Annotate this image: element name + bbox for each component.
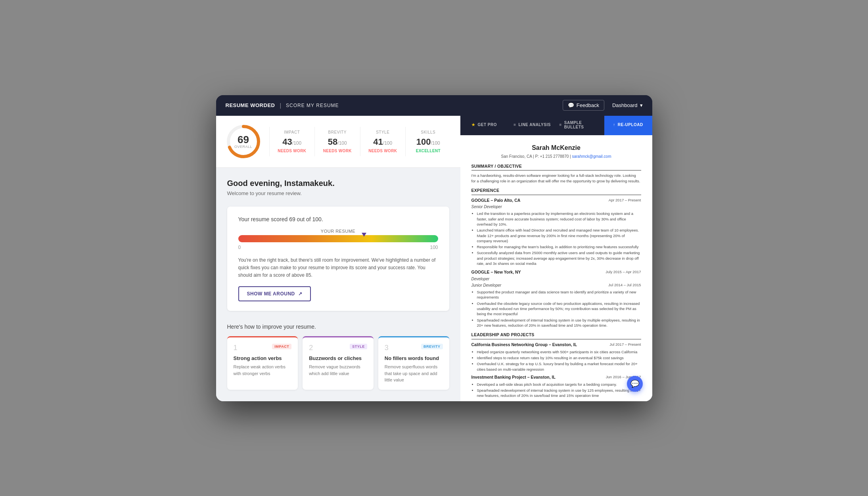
summary-text: I'm a hardworking, results-driven softwa…: [471, 173, 641, 184]
metric-impact-score: 43/100: [274, 137, 310, 147]
overall-label: OVERALL: [234, 145, 252, 149]
card-3-desc: Remove superfluous words that take up sp…: [385, 364, 443, 383]
card-3-num: 3: [385, 344, 389, 352]
exp-google-1: GOOGLE – Palo Alto, CA Apr 2017 – Presen…: [471, 197, 641, 266]
bullet: Helped organize quarterly networking eve…: [477, 349, 641, 354]
exp-google-1-row: GOOGLE – Palo Alto, CA Apr 2017 – Presen…: [471, 197, 641, 204]
exp-cbng-date: Jul 2017 – Present: [609, 342, 641, 347]
score-summary: 69 OVERALL IMPACT 43/100 NEEDS WORK BREV…: [216, 116, 460, 168]
navbar-left: RESUME WORDED | SCORE MY RESUME: [226, 102, 339, 109]
card-3-tag: BREVITY: [421, 344, 443, 349]
exp-google-2-title2: Junior Developer: [471, 282, 502, 288]
resume-email[interactable]: sarahmck@gmail.com: [572, 154, 611, 159]
exp-cbng-company: California Business Networking Group – E…: [471, 342, 577, 348]
brand-name: RESUME WORDED: [226, 102, 275, 108]
card-1-num: 1: [234, 344, 238, 352]
card-2-num: 2: [309, 344, 313, 352]
metric-skills-score: 100/100: [410, 137, 446, 147]
progress-nums: 0 100: [238, 245, 438, 250]
exp-google-1-title: Senior Developer: [471, 204, 641, 210]
section-leadership-title: LEADERSHIP AND PROJECTS: [471, 332, 641, 339]
progress-bar-container: [238, 235, 438, 242]
score-metrics: IMPACT 43/100 NEEDS WORK BREVITY 58/100 …: [269, 127, 451, 156]
score-card-title: Your resume scored 69 out of 100.: [238, 216, 438, 222]
metric-style-status: NEEDS WORK: [365, 149, 401, 153]
exp-google-1-bullets: Led the transition to a paperless practi…: [471, 211, 641, 266]
exp-google-1-date: Apr 2017 – Present: [609, 197, 641, 203]
bullet: Identified steps to reduce return rates …: [477, 355, 641, 360]
exp-google-2-title1: Developer: [471, 276, 490, 282]
tab-sample-bullets-label: SAMPLE BULLETS: [564, 121, 601, 129]
arrow-icon: ↗: [298, 291, 303, 297]
exp-ibp-company: Investment Banking Project – Evanston, I…: [471, 374, 556, 381]
metric-skills: SKILLS 100/100 EXCELLENT: [405, 127, 451, 156]
overall-score: 69: [234, 134, 252, 145]
exp-google-2-date: July 2015 – Apr 2017: [605, 269, 641, 275]
feedback-button[interactable]: 💬 Feedback: [563, 100, 604, 111]
welcome-greeting: Good evening, Instamakeuk.: [227, 179, 449, 188]
metric-style: STYLE 41/100 NEEDS WORK: [360, 127, 406, 156]
metric-style-title: STYLE: [365, 130, 401, 134]
bullet: Supported the product manager and data s…: [477, 289, 641, 300]
tab-get-pro-label: GET PRO: [477, 123, 497, 127]
bullet: Overhauled U.K. strategy for a top U.S. …: [477, 361, 641, 372]
bullet: Spearheaded redevelopment of internal tr…: [477, 318, 641, 328]
marker-triangle: [362, 233, 366, 237]
tab-line-analysis[interactable]: ≡ LINE ANALYSIS: [508, 116, 556, 135]
navbar-right: 💬 Feedback Dashboard ▾: [563, 100, 643, 111]
exp-google-2-date2: Jul 2014 – Jul 2015: [608, 282, 641, 288]
resume-contact: San Franciso, CA | P: +1 215 2778870 | s…: [471, 153, 641, 159]
upload-icon: ↑: [613, 123, 615, 127]
exp-google-2-row: GOOGLE – New York, NY July 2015 – Apr 20…: [471, 269, 641, 276]
tab-re-upload[interactable]: ↑ RE-UPLOAD: [604, 116, 652, 135]
progress-min: 0: [238, 245, 241, 250]
chat-button[interactable]: 💬: [627, 376, 643, 392]
improve-title: Here's how to improve your resume.: [227, 324, 449, 330]
chat-icon: 💬: [568, 102, 574, 108]
tab-sample-bullets[interactable]: ≡ SAMPLE BULLETS: [556, 116, 604, 135]
bullet: Successfully analyzed data from 25000 mo…: [477, 250, 641, 266]
metric-brevity-score: 58/100: [320, 137, 355, 147]
improve-card-1: 1 IMPACT Strong action verbs Replace wea…: [227, 336, 298, 390]
bullet: Spearheaded redevelopment of internal tr…: [477, 388, 641, 398]
exp-google-2-company: GOOGLE – New York, NY: [471, 269, 521, 276]
card-1-tag: IMPACT: [272, 344, 291, 349]
dashboard-button[interactable]: Dashboard ▾: [612, 102, 643, 108]
metric-brevity-title: BREVITY: [320, 130, 355, 134]
star-icon: ★: [471, 123, 475, 127]
dashboard-label: Dashboard: [612, 102, 638, 108]
bullet: Launched Miami office with lead Director…: [477, 228, 641, 243]
feedback-label: Feedback: [577, 102, 599, 108]
metric-skills-title: SKILLS: [410, 130, 446, 134]
chat-icon: 💬: [630, 379, 639, 388]
score-description: You're on the right track, but there's s…: [238, 257, 438, 280]
navbar-subtitle: SCORE MY RESUME: [286, 103, 339, 108]
show-me-button[interactable]: SHOW ME AROUND ↗: [238, 286, 311, 301]
progress-bar: [238, 235, 438, 242]
section-summary-title: SUMMARY / OBJECTIVE: [471, 163, 641, 171]
resume-name: Sarah McKenzie: [471, 143, 641, 153]
bullet: Developed a sell-side ideas pitch book o…: [477, 382, 641, 387]
metric-skills-status: EXCELLENT: [410, 149, 446, 153]
section-experience-title: EXPERIENCE: [471, 188, 641, 195]
line-icon: ≡: [514, 123, 516, 127]
exp-google-2-row2: Developer: [471, 276, 641, 282]
exp-ibp-row: Investment Banking Project – Evanston, I…: [471, 374, 641, 381]
bullet: Overhauled the obsolete legacy source co…: [477, 301, 641, 317]
tab-re-upload-label: RE-UPLOAD: [618, 123, 643, 127]
right-tabs: ★ GET PRO ≡ LINE ANALYSIS ≡ SAMPLE BULLE…: [460, 116, 652, 135]
tab-get-pro[interactable]: ★ GET PRO: [460, 116, 508, 135]
welcome-section: Good evening, Instamakeuk. Welcome to yo…: [216, 168, 460, 200]
card-2-tag: STYLE: [350, 344, 367, 349]
bullet: Responsible for managing the team's back…: [477, 244, 641, 249]
card-2-title: Buzzwords or cliches: [309, 355, 367, 361]
card-3-header: 3 BREVITY: [385, 344, 443, 352]
bullet: Led the transition to a paperless practi…: [477, 211, 641, 227]
improve-card-3: 3 BREVITY No fillers words found Remove …: [378, 336, 449, 390]
exp-ibp: Investment Banking Project – Evanston, I…: [471, 374, 641, 398]
metric-impact: IMPACT 43/100 NEEDS WORK: [269, 127, 315, 156]
resume-view: Sarah McKenzie San Franciso, CA | P: +1 …: [460, 135, 652, 401]
card-1-title: Strong action verbs: [234, 355, 292, 361]
card-2-header: 2 STYLE: [309, 344, 367, 352]
welcome-subtitle: Welcome to your resume review.: [227, 190, 449, 196]
